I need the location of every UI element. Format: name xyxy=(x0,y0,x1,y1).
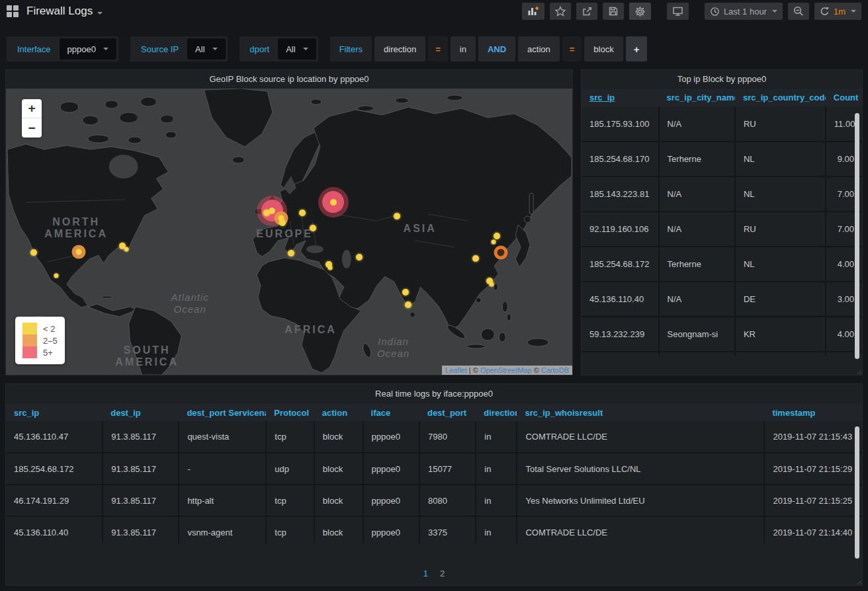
map-zoom-out-button[interactable]: − xyxy=(22,118,42,138)
map-marker-medium[interactable] xyxy=(494,246,508,260)
scrollbar-thumb[interactable] xyxy=(855,426,859,559)
map-marker-large[interactable] xyxy=(318,187,349,217)
map-marker-small[interactable] xyxy=(494,233,500,239)
map-marker-medium[interactable] xyxy=(72,245,86,258)
column-header[interactable]: timestamp xyxy=(764,404,862,421)
variable-value-dropdown[interactable]: pppoe0 xyxy=(60,38,116,59)
column-header[interactable]: src_ip xyxy=(6,404,103,421)
map-marker-small[interactable] xyxy=(54,274,59,278)
map-marker-small[interactable] xyxy=(402,289,409,296)
legend-swatch xyxy=(22,346,37,358)
table-cell: - xyxy=(179,453,266,485)
table-cell: 185.254.68.172 xyxy=(6,453,103,485)
column-header[interactable]: src_ip_country_code xyxy=(735,89,826,106)
dashboard-title[interactable]: Firewall Logs xyxy=(26,5,103,18)
map-marker-small[interactable] xyxy=(299,210,306,216)
column-header[interactable]: dest_ip xyxy=(103,404,179,421)
legend-item: 5+ xyxy=(22,346,58,358)
filter-value[interactable]: in xyxy=(451,36,476,61)
table-cell: in xyxy=(476,516,517,544)
map-marker-small[interactable] xyxy=(472,255,479,262)
table-cell: 45.136.110.40 xyxy=(582,282,659,317)
table-cell: tcp xyxy=(266,485,314,516)
filter-key[interactable]: direction xyxy=(374,36,425,61)
save-button[interactable] xyxy=(603,3,624,20)
map-marker-small[interactable] xyxy=(288,250,294,256)
panel-title[interactable]: Real time logs by iface:pppoe0 xyxy=(6,384,862,404)
panel-resize-handle[interactable] xyxy=(855,368,861,374)
dashboard-grid-icon[interactable] xyxy=(7,5,19,17)
refresh-button[interactable]: 1m xyxy=(814,3,861,20)
table-cell: N/A xyxy=(659,282,735,317)
table-cell: N/A xyxy=(659,177,735,212)
tv-mode-icon xyxy=(672,6,683,17)
column-header[interactable]: Protocol xyxy=(266,404,314,421)
map-marker-small[interactable] xyxy=(489,282,494,287)
map-marker-small[interactable] xyxy=(394,213,400,219)
world-map-svg xyxy=(6,89,572,375)
column-header[interactable]: action xyxy=(314,404,363,421)
variable-label: Source IP xyxy=(132,44,187,54)
table-cell: 91.3.85.117 xyxy=(103,485,179,516)
variable-value-dropdown[interactable]: All xyxy=(278,38,316,59)
column-header[interactable]: src_ip_whoisresult xyxy=(517,404,764,421)
top-ip-block-panel: Top ip Block by pppoe0 src_ipsrc_ip_city… xyxy=(581,69,863,375)
attribution-link[interactable]: OpenStreetMap xyxy=(480,366,532,374)
variable-value-dropdown[interactable]: All xyxy=(187,38,225,59)
table-cell: udp xyxy=(266,453,314,485)
map-attribution: Leaflet | © OpenStreetMap © CartoDB xyxy=(442,366,572,375)
filter-operator[interactable]: = xyxy=(428,36,448,61)
page-number[interactable]: 1 xyxy=(423,569,428,578)
map-marker-small[interactable] xyxy=(405,301,412,308)
table-cell: block xyxy=(314,453,363,485)
tv-mode-button[interactable] xyxy=(667,3,689,20)
table-cell: pppoe0 xyxy=(363,485,419,516)
star-button[interactable] xyxy=(550,3,571,20)
column-header[interactable]: dest_port xyxy=(419,404,476,421)
filter-operator[interactable]: = xyxy=(562,36,582,61)
chevron-down-icon xyxy=(303,48,308,50)
column-header[interactable]: iface xyxy=(363,404,419,421)
add-filter-button[interactable]: + xyxy=(626,36,648,61)
filter-value[interactable]: block xyxy=(584,36,623,61)
map-marker-small[interactable] xyxy=(279,219,286,226)
settings-gear-icon xyxy=(634,6,646,17)
map-marker-small[interactable] xyxy=(356,254,363,260)
settings-button[interactable] xyxy=(629,3,651,20)
column-header[interactable]: src_ip xyxy=(582,89,659,106)
map-marker-small[interactable] xyxy=(492,240,496,245)
attribution-link[interactable]: CartoDB xyxy=(541,366,569,374)
column-header[interactable]: Count xyxy=(826,89,862,106)
map-zoom-control: + − xyxy=(22,99,42,138)
table-pagination: 12 xyxy=(6,565,862,581)
chevron-down-icon xyxy=(772,10,777,13)
legend-item: < 2 xyxy=(22,323,58,335)
legend-label: 2–5 xyxy=(43,336,58,346)
share-button[interactable] xyxy=(576,3,597,20)
zoom-out-time-button[interactable] xyxy=(788,3,809,20)
table-row: 46.174.191.2991.3.85.117http-alttcpblock… xyxy=(6,485,862,516)
attribution-link[interactable]: Leaflet xyxy=(445,366,467,374)
time-range-picker[interactable]: Last 1 hour xyxy=(705,3,783,20)
column-header[interactable]: dest_port Servicename xyxy=(179,404,266,421)
template-variable: dportAll xyxy=(239,36,318,61)
column-header[interactable]: src_ip_city_name xyxy=(659,89,735,106)
map-marker-small[interactable] xyxy=(263,210,270,216)
map-marker-small[interactable] xyxy=(124,247,129,251)
add-panel-button[interactable] xyxy=(522,3,544,20)
map-marker-small[interactable] xyxy=(310,225,316,231)
filter-conjunction[interactable]: AND xyxy=(478,36,515,61)
table-cell: Terherne xyxy=(659,247,735,282)
column-header[interactable]: direction xyxy=(476,404,517,421)
map-marker-small[interactable] xyxy=(328,266,333,270)
clock-icon xyxy=(710,7,720,17)
table-cell: block xyxy=(314,421,363,453)
world-map[interactable]: NORTH AMERICAEUROPEASIAAFRICASOUTH AMERI… xyxy=(6,89,572,375)
page-number[interactable]: 2 xyxy=(440,569,445,578)
filter-key[interactable]: action xyxy=(518,36,560,61)
map-marker-small[interactable] xyxy=(30,249,37,256)
map-zoom-in-button[interactable]: + xyxy=(22,99,42,118)
scrollbar-thumb[interactable] xyxy=(855,113,859,359)
panel-title[interactable]: Top ip Block by pppoe0 xyxy=(582,70,862,89)
panel-title[interactable]: GeoIP Block source ip location by pppoe0 xyxy=(6,70,572,89)
